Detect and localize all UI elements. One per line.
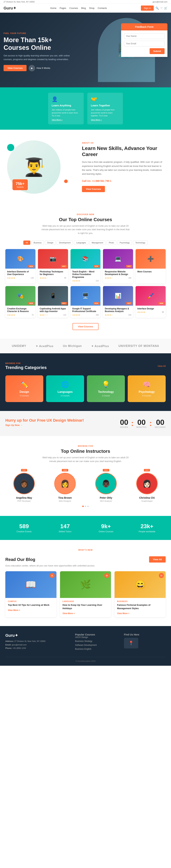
footer-course-link[interactable]: Business Strategy bbox=[75, 640, 117, 643]
blog-card[interactable]: 🌿 11 LANGUAGE How to Keep Up Your Learni… bbox=[60, 571, 111, 617]
instructor-role: Web Designer bbox=[46, 500, 84, 502]
nav-courses[interactable]: Courses bbox=[69, 7, 78, 9]
course-card[interactable]: 🎭 NEW Creative Exchange: Character & Rea… bbox=[5, 286, 35, 318]
search-icon[interactable]: 🔍 bbox=[155, 7, 159, 10]
course-card[interactable]: 🖌️ NEW Interface Design ★★★★★ 88 bbox=[136, 286, 166, 318]
footer-course-link[interactable]: Software Development bbox=[75, 644, 117, 646]
instructors-section: BROWSE FOR Top Online Instructors Well h… bbox=[0, 436, 171, 516]
view-courses-button[interactable]: View Courses bbox=[73, 323, 98, 330]
learn-together-link[interactable]: View More + bbox=[91, 119, 119, 121]
trending-cat-icon: 💡 bbox=[90, 381, 121, 388]
blog-card[interactable]: 😄 11 BUSINESS Famous Fictional Examples … bbox=[115, 571, 166, 617]
filter-tab-development[interactable]: Development bbox=[57, 241, 73, 245]
hero-buttons: View Courses ▶ How It Works bbox=[4, 65, 78, 71]
blog-card[interactable]: 📖 11 CAMPUS Top Best 10 Tips for Learnin… bbox=[5, 571, 56, 617]
blog-date-badge: 11 bbox=[50, 573, 55, 578]
view-courses-container: View Courses bbox=[5, 323, 166, 330]
footer-email-line: Email: guru@email.com bbox=[5, 643, 68, 647]
course-card[interactable]: 📊 HOT Developing Managers & Business Ana… bbox=[103, 286, 133, 318]
instructor-card[interactable]: PHP 👩🏾 Angelina May PHP Developer bbox=[5, 468, 43, 502]
blog-read-more[interactable]: View More + bbox=[8, 609, 20, 612]
feedback-name-input[interactable] bbox=[124, 33, 165, 39]
nav-contacts[interactable]: Contacts bbox=[97, 7, 107, 9]
nav-shop[interactable]: Shop bbox=[89, 7, 94, 9]
instructor-card[interactable]: WEB 👩 Tina Brown Web Designer bbox=[46, 468, 84, 502]
course-card[interactable]: 📷 HOT Photoshop Techniques for Beginners… bbox=[38, 249, 68, 284]
filter-tab-psychology[interactable]: Psychology bbox=[117, 241, 132, 245]
about-view-courses-button[interactable]: View Courses bbox=[82, 186, 105, 192]
signin-button[interactable]: Sign in bbox=[141, 5, 154, 11]
course-body: Teach English – Word Online Foundation P… bbox=[70, 269, 101, 284]
footer-course-link[interactable]: Business English bbox=[75, 648, 117, 650]
webinar-section: Hurry up for Our Free UX Design Webinar!… bbox=[0, 411, 171, 436]
blog-header: Read Our Blog View All bbox=[5, 556, 166, 562]
dot-1[interactable] bbox=[82, 506, 84, 507]
course-card[interactable]: 🖥️ NEW Google IT Support Professional Ce… bbox=[70, 286, 101, 318]
instructor-role: SEO Analyzer bbox=[87, 500, 125, 502]
footer-find-us: Find Us Here 📍 bbox=[124, 633, 166, 652]
trending-card[interactable]: 💡 Technology 1 Course bbox=[87, 375, 125, 402]
trending-card[interactable]: 🧠 Psychology 5 Courses bbox=[128, 375, 166, 402]
instructor-card[interactable]: GFX 👩🏻 Christina Chi Graphologist bbox=[128, 468, 166, 502]
about-phone-number: +1 888 561 795 1 bbox=[92, 180, 111, 182]
trending-card[interactable]: ✏️ Design 5 Courses bbox=[5, 375, 43, 402]
course-card[interactable]: 💻 HOT Responsive Website Development & D… bbox=[103, 249, 133, 284]
course-count: 95 bbox=[64, 277, 66, 279]
feedback-email-input[interactable] bbox=[124, 41, 165, 46]
dot-2[interactable] bbox=[85, 506, 86, 507]
webinar-hours-label: Hours bbox=[120, 426, 128, 428]
instructor-role: PHP Developer bbox=[5, 500, 43, 502]
footer-course-link[interactable]: UI/UX Design bbox=[75, 636, 117, 639]
course-title: Google IT Support Professional Certifica… bbox=[72, 307, 99, 313]
blog-view-all-button[interactable]: View All bbox=[149, 556, 166, 562]
course-card[interactable]: 📱 HOT Captivating Android Apps with App … bbox=[38, 286, 68, 318]
feedback-form-tab[interactable]: Feedback Form bbox=[121, 23, 167, 30]
filter-tab-management[interactable]: Management bbox=[89, 241, 106, 245]
blog-body: CAMPUS Top Best 10 Tips for Learning at … bbox=[5, 598, 56, 614]
course-body: Photoshop Techniques for Beginners ★★★★☆… bbox=[38, 269, 68, 281]
stat-item: 589 Creative Events bbox=[5, 523, 43, 533]
filter-tab-photo[interactable]: Photo bbox=[107, 241, 116, 245]
top-bar: 27 Division St, New York, NY 10002 guru@… bbox=[0, 0, 171, 4]
filter-tab-design[interactable]: Design bbox=[45, 241, 56, 245]
course-count: 210 bbox=[96, 280, 99, 282]
course-card[interactable]: 🎨 NEW Interface Elements of User Experie… bbox=[5, 249, 35, 284]
filter-tab-all[interactable]: All bbox=[23, 241, 30, 245]
course-card[interactable]: 📚 NEW Teach English – Word Online Founda… bbox=[70, 249, 101, 284]
nav-pages[interactable]: Pages bbox=[60, 7, 66, 9]
heart-icon[interactable]: ♡ bbox=[160, 7, 163, 10]
filter-tab-technology[interactable]: Technology bbox=[133, 241, 148, 245]
how-it-works-button[interactable]: ▶ How It Works bbox=[29, 65, 50, 71]
nav-home[interactable]: Home bbox=[50, 7, 56, 9]
view-courses-button[interactable]: View Courses bbox=[4, 65, 27, 71]
course-card[interactable]: ➕ More Courses bbox=[136, 249, 166, 284]
top-bar-address: 27 Division St, New York, NY 10002 bbox=[4, 1, 35, 3]
courses-grid: 🎨 NEW Interface Elements of User Experie… bbox=[5, 249, 166, 318]
learn-together-icon: 🤝 bbox=[91, 96, 119, 102]
course-body: Interface Design ★★★★★ 88 bbox=[136, 306, 166, 315]
partner-logo: ✦ AcedPlus bbox=[36, 344, 53, 348]
footer-popular-courses: Popular Courses UI/UX DesignBusiness Str… bbox=[75, 633, 117, 652]
footer-address-value: 27 Division St, New York, NY 10002 bbox=[15, 640, 46, 642]
feedback-submit-button[interactable]: Submit bbox=[150, 48, 165, 54]
footer-email-value: guru@email.com bbox=[12, 644, 27, 646]
about-title: Learn New Skills, Advance Your Career bbox=[82, 145, 164, 157]
instructor-card[interactable]: SEO 👨🏿 Peter Ohly SEO Analyzer bbox=[87, 468, 125, 502]
webinar-signup[interactable]: Sign Up Now → bbox=[5, 424, 84, 427]
nav-blog[interactable]: Blog bbox=[81, 7, 86, 9]
blog-desc: Guru education center, where all you can… bbox=[5, 564, 166, 567]
filter-tab-business[interactable]: Business bbox=[31, 241, 44, 245]
cart-icon[interactable]: 🛒 bbox=[164, 7, 167, 10]
dot-3[interactable] bbox=[87, 506, 89, 507]
about-dot-orange bbox=[64, 180, 68, 183]
learn-anything-icon: 👤 bbox=[52, 96, 80, 102]
learn-anything-link[interactable]: View More + bbox=[52, 119, 80, 121]
trending-card[interactable]: 🌐 Languages 3 Courses bbox=[46, 375, 84, 402]
blog-read-more[interactable]: View More + bbox=[62, 612, 75, 615]
blog-read-more[interactable]: View More + bbox=[117, 612, 129, 615]
instructors-tag: BROWSE FOR bbox=[5, 445, 166, 447]
logo[interactable]: Guru✦ bbox=[4, 6, 16, 10]
filter-tab-languages[interactable]: Languages bbox=[74, 241, 88, 245]
instructor-badge: PHP bbox=[21, 469, 27, 471]
trending-view-all[interactable]: View All bbox=[158, 365, 166, 367]
